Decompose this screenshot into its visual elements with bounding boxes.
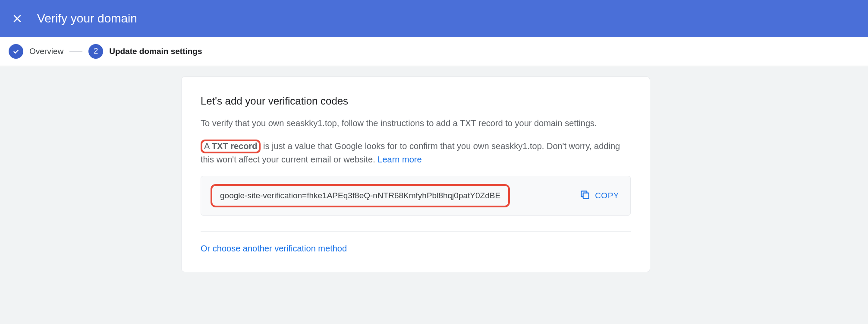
copy-label: COPY [595, 191, 619, 200]
check-icon [9, 44, 23, 59]
intro-text: To verify that you own seaskky1.top, fol… [201, 117, 631, 130]
txt-record-explainer: A TXT record is just a value that Google… [201, 140, 631, 166]
stepper: Overview 2 Update domain settings [0, 37, 868, 66]
step-connector [69, 51, 82, 52]
alternate-method-link[interactable]: Or choose another verification method [201, 244, 631, 254]
svg-rect-2 [583, 193, 589, 198]
step-number-badge: 2 [88, 44, 103, 59]
page-title: Verify your domain [37, 12, 137, 25]
step-label: Overview [29, 47, 63, 56]
step-label: Update domain settings [109, 47, 202, 56]
verification-code-box: google-site-verification=fhke1APEq3f8eQ-… [201, 176, 631, 216]
verification-card: Let's add your verification codes To ver… [181, 76, 650, 272]
divider [201, 231, 631, 232]
close-icon[interactable] [10, 12, 24, 25]
learn-more-link[interactable]: Learn more [377, 155, 421, 164]
step-update-domain[interactable]: 2 Update domain settings [88, 44, 202, 59]
copy-icon [579, 189, 591, 203]
txt-prefix: A [204, 141, 212, 151]
section-title: Let's add your verification codes [201, 95, 631, 107]
txt-record-highlight: A TXT record [201, 140, 261, 153]
verification-code-highlight: google-site-verification=fhke1APEq3f8eQ-… [211, 184, 510, 207]
verification-code-text: google-site-verification=fhke1APEq3f8eQ-… [220, 191, 500, 200]
content-area: Let's add your verification codes To ver… [0, 66, 868, 76]
txt-bold: TXT record [212, 141, 258, 151]
copy-button[interactable]: COPY [578, 186, 621, 206]
header-bar: Verify your domain [0, 0, 868, 37]
step-overview[interactable]: Overview [9, 44, 63, 59]
